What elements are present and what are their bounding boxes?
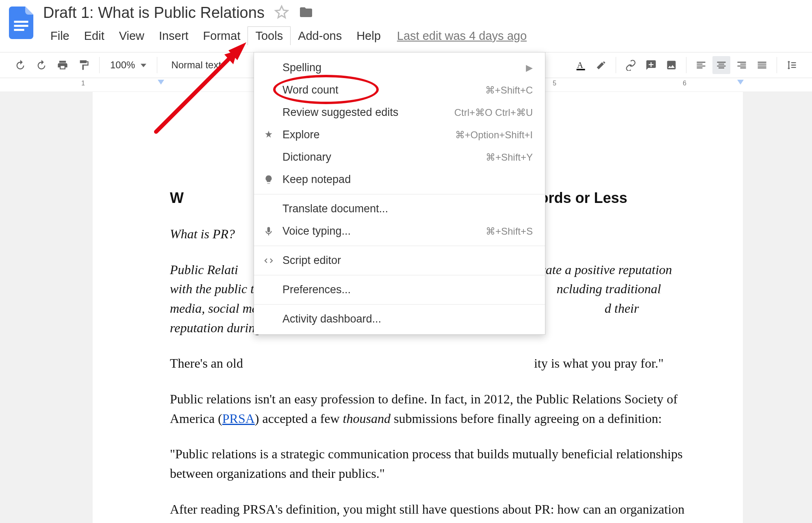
shortcut-label: ⌘+Shift+C [485, 85, 533, 96]
align-right-button[interactable] [733, 56, 751, 74]
tools-review-suggested-edits[interactable]: Review suggested edits Ctrl+⌘O Ctrl+⌘U [254, 101, 545, 124]
menu-format[interactable]: Format [196, 27, 248, 45]
tools-voice-typing[interactable]: Voice typing... ⌘+Shift+S [254, 220, 545, 242]
shortcut-label: ⌘+Shift+Y [486, 152, 533, 163]
print-button[interactable] [54, 56, 72, 74]
ruler-tick-5: 5 [553, 80, 556, 87]
menu-addons[interactable]: Add-ons [291, 27, 349, 45]
doc-paragraph-4: Public relations isn't an easy professio… [170, 390, 690, 428]
google-docs-icon[interactable] [9, 7, 33, 39]
tools-script-editor[interactable]: Script editor [254, 249, 545, 272]
ruler-tick-1: 1 [81, 80, 85, 87]
svg-rect-0 [14, 21, 28, 23]
doc-paragraph-6: After reading PRSA's definition, you mig… [170, 500, 690, 523]
menu-bar: File Edit View Insert Format Tools Add-o… [43, 26, 527, 45]
add-comment-button[interactable] [642, 56, 660, 74]
submenu-arrow-icon: ▶ [526, 63, 533, 73]
prsa-link[interactable]: PRSA [222, 411, 255, 426]
caret-down-icon [141, 59, 146, 71]
menu-tools[interactable]: Tools [248, 26, 291, 45]
align-center-button[interactable] [712, 56, 730, 74]
folder-icon[interactable] [299, 5, 313, 21]
menu-insert[interactable]: Insert [152, 27, 196, 45]
menu-file[interactable]: File [43, 27, 77, 45]
menu-view[interactable]: View [112, 27, 152, 45]
svg-rect-1 [14, 25, 28, 27]
tools-dropdown-menu: Spelling ▶ Word count ⌘+Shift+C Review s… [254, 52, 545, 335]
indent-marker-right[interactable] [736, 79, 745, 89]
align-left-button[interactable] [692, 56, 710, 74]
ruler-tick-6: 6 [683, 80, 686, 87]
tools-word-count[interactable]: Word count ⌘+Shift+C [254, 79, 545, 101]
paragraph-style-select[interactable]: Normal text [164, 59, 228, 71]
svg-rect-2 [14, 29, 24, 31]
tools-spelling[interactable]: Spelling ▶ [254, 57, 545, 79]
microphone-icon [262, 225, 275, 238]
shortcut-label: ⌘+Shift+S [486, 226, 533, 237]
last-edit-link[interactable]: Last edit was 4 days ago [397, 29, 527, 43]
code-icon [262, 254, 275, 267]
insert-link-button[interactable] [622, 56, 640, 74]
undo-button[interactable] [11, 56, 29, 74]
menu-edit[interactable]: Edit [77, 27, 112, 45]
svg-rect-4 [577, 69, 585, 70]
tools-activity-dashboard[interactable]: Activity dashboard... [254, 308, 545, 330]
zoom-select[interactable]: 100% [106, 59, 150, 71]
doc-paragraph-5: "Public relations is a strategic communi… [170, 445, 690, 483]
tools-preferences[interactable]: Preferences... [254, 279, 545, 301]
shortcut-label: Ctrl+⌘O Ctrl+⌘U [454, 107, 533, 118]
tools-explore[interactable]: Explore ⌘+Option+Shift+I [254, 124, 545, 146]
doc-paragraph-3: There's an old ity is what you pray for.… [170, 354, 690, 373]
indent-marker-left[interactable] [157, 79, 165, 89]
zoom-value: 100% [110, 59, 135, 71]
menu-help[interactable]: Help [349, 27, 388, 45]
document-title[interactable]: Draft 1: What is Public Relations [43, 4, 265, 22]
tools-keep-notepad[interactable]: Keep notepad [254, 168, 545, 191]
tools-translate[interactable]: Translate document... [254, 198, 545, 220]
shortcut-label: ⌘+Option+Shift+I [455, 129, 533, 141]
redo-button[interactable] [33, 56, 50, 74]
tools-dictionary[interactable]: Dictionary ⌘+Shift+Y [254, 146, 545, 168]
line-spacing-button[interactable] [783, 56, 801, 74]
insert-image-button[interactable] [662, 56, 680, 74]
title-bar: Draft 1: What is Public Relations File E… [0, 0, 812, 49]
text-color-button[interactable]: A [572, 56, 590, 74]
svg-text:A: A [577, 60, 584, 70]
lightbulb-icon [262, 173, 275, 186]
explore-icon [262, 129, 275, 142]
highlight-button[interactable] [592, 56, 610, 74]
paint-format-button[interactable] [75, 56, 93, 74]
star-icon[interactable] [274, 5, 289, 21]
align-justify-button[interactable] [753, 56, 771, 74]
